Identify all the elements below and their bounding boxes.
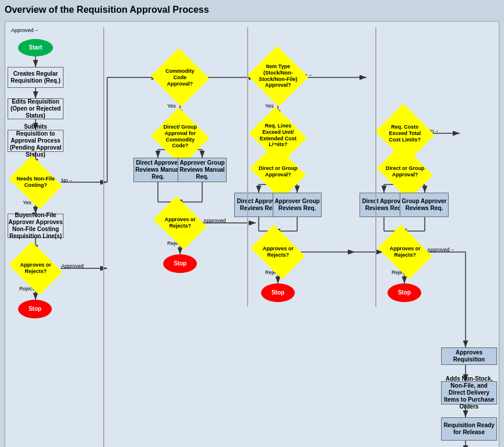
approves-rejects1-label: Approves or Rejects?: [20, 262, 51, 274]
approves-rejects2-shape: Approves or Rejects?: [153, 196, 207, 250]
divider-1: [103, 27, 104, 447]
commodity-approval-shape: Commodity Code Approval?: [151, 48, 209, 107]
approves-rejects2-label: Approves or Rejects?: [164, 217, 195, 229]
approver-group2-shape: Approver Group Reviews Req.: [273, 193, 322, 217]
divider-2: [247, 27, 248, 307]
creates-req-label: Creates Regular Requisition (Req.): [8, 70, 63, 84]
label-approved-4: Approved→: [427, 247, 455, 253]
approves-rejects4-label: Approves or Rejects?: [389, 246, 420, 258]
stop3-shape: Stop: [261, 283, 295, 302]
req-ready-shape: Requisition Ready for Release: [441, 417, 497, 441]
approver-group-manual-label: Approver Group Reviews Manual Req.: [178, 159, 226, 180]
buyer-approver-label: Buyer/Non-File Approver Approves Non-Fil…: [8, 212, 63, 240]
stop1-shape: Stop: [18, 300, 52, 318]
direct-group2-shape: Direct or Group Approval?: [250, 144, 306, 200]
approver-group2-label: Approver Group Reviews Req.: [273, 198, 321, 212]
edits-req-label: Edits Requisition (Open or Rejected Stat…: [8, 98, 63, 119]
direct-group2-label: Direct or Group Approval?: [259, 165, 298, 178]
stop3-label: Stop: [272, 289, 284, 296]
group-approver3-shape: Group Approver Reviews Req.: [400, 193, 449, 217]
adds-nonstock-shape: Adds Non-Stock, Non-File, and Direct Del…: [441, 381, 497, 405]
submits-req-shape: Submits Requisition to Approval Process …: [8, 130, 64, 152]
stop2-label: Stop: [174, 260, 186, 267]
divider-3: [375, 27, 376, 307]
approves-rejects4-shape: Approves or Rejects?: [378, 225, 432, 279]
page-title: Overview of the Requisition Approval Pro…: [5, 5, 499, 15]
direct-group3-label: Direct or Group Approval?: [386, 165, 425, 178]
stop4-label: Stop: [398, 289, 411, 296]
label-yes-itemtype: Yes: [265, 103, 274, 109]
approves-req-label: Approves Requisition: [442, 349, 496, 363]
req-lines-exceed-label: Req. Lines Exceed Unit/ Extended Cost Li…: [259, 123, 296, 147]
creates-req-shape: Creates Regular Requisition (Req.): [8, 67, 64, 88]
start-shape: Start: [18, 39, 53, 56]
label-approved-1: Approved: [61, 263, 84, 269]
approves-req-shape: Approves Requisition: [441, 347, 497, 365]
stop4-shape: Stop: [387, 283, 421, 302]
direct-approver-manual-shape: Direct Approver Reviews Manual Req.: [133, 158, 182, 182]
item-type-shape: Item Type (Stock/Non-Stock/Non-File) App…: [248, 46, 309, 107]
item-type-label: Item Type (Stock/Non-Stock/Non-File) App…: [259, 63, 297, 88]
approves-rejects3-shape: Approves or Rejects?: [251, 225, 305, 279]
arrows-svg: [5, 22, 499, 447]
label-approved-3: Approved→: [11, 27, 39, 33]
direct-approver-manual-label: Direct Approver Reviews Manual Req.: [134, 159, 182, 180]
group-approver3-label: Group Approver Reviews Req.: [400, 198, 448, 212]
direct-group3-shape: Direct or Group Approval?: [377, 144, 433, 200]
direct-group-commodity-label: Direct/ Group Approval for Commodity Cod…: [163, 124, 197, 148]
needs-nonfile-shape: Needs Non-File Costing?: [9, 155, 62, 209]
submits-req-label: Submits Requisition to Approval Process …: [8, 123, 63, 158]
start-label: Start: [29, 44, 43, 51]
approves-rejects3-label: Approves or Rejects?: [262, 246, 293, 258]
stop2-shape: Stop: [163, 254, 197, 273]
req-ready-label: Requisition Ready for Release: [442, 422, 496, 436]
req-costs-exceed-label: Req. Costs Exceed Total Cost Limits?: [389, 124, 421, 143]
approver-group-manual-shape: Approver Group Reviews Manual Req.: [178, 158, 227, 182]
label-approved-2: Approved: [203, 218, 226, 224]
stop1-label: Stop: [29, 306, 41, 313]
label-yes-nonfile: Yes: [23, 200, 31, 205]
buyer-approver-shape: Buyer/Non-File Approver Approves Non-Fil…: [8, 214, 64, 238]
commodity-approval-label: Commodity Code Approval?: [165, 68, 195, 87]
label-yes-commodity: Yes: [167, 103, 176, 109]
approves-rejects1-shape: Approves or Rejects?: [9, 242, 62, 295]
needs-nonfile-label: Needs Non-File Costing?: [16, 176, 55, 188]
label-no-nonfile: No→: [61, 178, 73, 183]
diagram-container: No→ Yes Approved Rejected No→ Yes Approv…: [5, 21, 499, 447]
adds-nonstock-label: Adds Non-Stock, Non-File, and Direct Del…: [442, 375, 496, 410]
edits-req-shape: Edits Requisition (Open or Rejected Stat…: [8, 98, 64, 119]
